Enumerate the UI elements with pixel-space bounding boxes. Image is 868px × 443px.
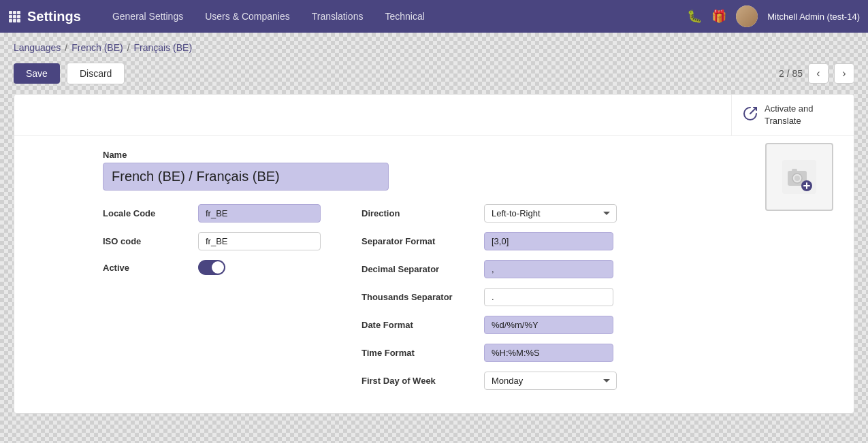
active-row: Active xyxy=(103,260,334,275)
svg-rect-2 xyxy=(17,11,20,14)
first-day-of-week-select[interactable]: Monday Sunday Saturday xyxy=(484,372,617,390)
avatar[interactable] xyxy=(736,5,758,27)
users-companies-link[interactable]: Users & Companies xyxy=(194,0,301,33)
right-form-section: Direction Left-to-Right Right-to-Left Se… xyxy=(361,204,620,399)
prev-button[interactable]: ‹ xyxy=(808,63,829,84)
direction-row: Direction Left-to-Right Right-to-Left xyxy=(361,204,620,223)
action-bar: Save Discard 2 / 85 ‹ › xyxy=(0,57,868,94)
time-format-row: Time Format xyxy=(361,344,620,362)
nav-links: General Settings Users & Companies Trans… xyxy=(101,0,687,33)
topnav: Settings General Settings Users & Compan… xyxy=(0,0,868,33)
activate-translate-label: Activate and Translate xyxy=(765,103,843,127)
name-input[interactable] xyxy=(103,163,389,191)
content-top: Activate and Translate xyxy=(14,95,854,136)
photo-placeholder[interactable] xyxy=(765,143,833,211)
time-format-label: Time Format xyxy=(361,348,477,358)
technical-link[interactable]: Technical xyxy=(374,0,435,33)
decimal-separator-label: Decimal Separator xyxy=(361,264,477,274)
left-form-section: Locale Code ISO code Active xyxy=(103,204,334,399)
refresh-icon xyxy=(743,106,758,125)
svg-rect-3 xyxy=(9,15,12,18)
bug-icon[interactable]: 🐛 xyxy=(687,9,702,24)
app-title: Settings xyxy=(27,9,81,24)
name-label: Name xyxy=(103,150,840,160)
svg-rect-0 xyxy=(9,11,12,14)
svg-rect-7 xyxy=(13,19,16,22)
activate-translate-button[interactable]: Activate and Translate xyxy=(731,95,854,135)
separator-format-input[interactable] xyxy=(484,232,613,250)
pagination: 2 / 85 ‹ › xyxy=(779,63,854,84)
breadcrumb-french-be[interactable]: French (BE) xyxy=(71,42,123,53)
svg-rect-6 xyxy=(9,19,12,22)
thousands-separator-input[interactable] xyxy=(484,288,613,306)
breadcrumb: Languages / French (BE) / Français (BE) xyxy=(0,33,868,57)
breadcrumb-sep-1: / xyxy=(65,42,67,53)
locale-code-label: Locale Code xyxy=(103,208,191,218)
svg-rect-5 xyxy=(17,15,20,18)
thousands-separator-label: Thousands Separator xyxy=(361,292,477,302)
next-button[interactable]: › xyxy=(834,63,854,84)
name-field-group: Name xyxy=(103,150,840,191)
svg-point-12 xyxy=(794,176,800,181)
general-settings-link[interactable]: General Settings xyxy=(101,0,194,33)
date-format-row: Date Format xyxy=(361,316,620,334)
decimal-separator-row: Decimal Separator xyxy=(361,260,620,278)
active-label: Active xyxy=(103,263,191,273)
main-content: Activate and Translate xyxy=(14,94,854,414)
thousands-separator-row: Thousands Separator xyxy=(361,288,620,306)
svg-rect-8 xyxy=(17,19,20,22)
translations-link[interactable]: Translations xyxy=(301,0,374,33)
first-day-of-week-row: First Day of Week Monday Sunday Saturday xyxy=(361,372,620,390)
discard-button[interactable]: Discard xyxy=(67,63,125,84)
app-grid-icon[interactable] xyxy=(8,10,20,22)
iso-code-label: ISO code xyxy=(103,236,191,246)
locale-code-input[interactable] xyxy=(198,204,321,223)
save-button[interactable]: Save xyxy=(14,63,60,84)
separator-format-row: Separator Format xyxy=(361,232,620,250)
time-format-input[interactable] xyxy=(484,344,613,362)
gift-icon[interactable]: 🎁 xyxy=(711,9,726,24)
iso-code-input[interactable] xyxy=(198,232,321,250)
toggle-knob xyxy=(212,261,224,274)
locale-code-row: Locale Code xyxy=(103,204,334,223)
decimal-separator-input[interactable] xyxy=(484,260,613,278)
direction-select[interactable]: Left-to-Right Right-to-Left xyxy=(484,204,617,223)
svg-rect-1 xyxy=(13,11,16,14)
pagination-label: 2 / 85 xyxy=(779,68,803,79)
active-toggle[interactable] xyxy=(198,260,225,275)
breadcrumb-sep-2: / xyxy=(127,42,130,53)
direction-label: Direction xyxy=(361,208,477,218)
date-format-input[interactable] xyxy=(484,316,613,334)
content-top-left xyxy=(14,95,731,135)
user-name[interactable]: Mitchell Admin (test-14) xyxy=(767,12,860,22)
breadcrumb-current: Français (BE) xyxy=(134,42,193,53)
svg-rect-13 xyxy=(792,169,797,171)
date-format-label: Date Format xyxy=(361,320,477,330)
breadcrumb-languages[interactable]: Languages xyxy=(14,42,61,53)
separator-format-label: Separator Format xyxy=(361,236,477,246)
topnav-right: 🐛 🎁 Mitchell Admin (test-14) xyxy=(687,5,860,27)
iso-code-row: ISO code xyxy=(103,232,334,250)
svg-rect-4 xyxy=(13,15,16,18)
first-day-of-week-label: First Day of Week xyxy=(361,376,477,386)
